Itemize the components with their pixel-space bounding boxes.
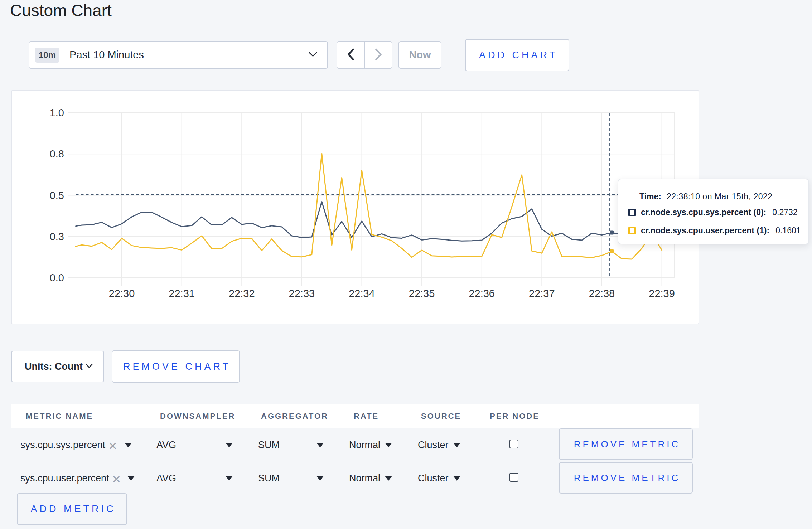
source-dropdown-icon[interactable] <box>453 476 460 481</box>
metric-row-user-percent: sys.cpu.user.percent ✕ AVG SUM Normal Cl… <box>0 462 812 494</box>
x-tick-label: 22:34 <box>349 288 375 299</box>
remove-metric-label: REMOVE METRIC <box>571 472 681 484</box>
downsampler-dropdown-icon[interactable] <box>226 476 233 481</box>
chart-panel: 0.00.30.50.81.022:3022:3122:3222:3322:34… <box>11 90 699 324</box>
aggregator-value[interactable]: SUM <box>258 473 280 484</box>
metrics-table-header: METRIC NAME DOWNSAMPLER AGGREGATOR RATE … <box>11 404 699 428</box>
rate-value[interactable]: Normal <box>349 473 380 484</box>
tooltip-time-label: Time: <box>639 192 661 202</box>
source-dropdown-icon[interactable] <box>453 443 460 447</box>
clear-metric-icon[interactable]: ✕ <box>112 473 121 486</box>
col-header-downsampler: DOWNSAMPLER <box>160 412 235 421</box>
downsampler-dropdown-icon[interactable] <box>226 443 233 447</box>
rate-dropdown-icon[interactable] <box>385 443 392 447</box>
units-select-label: Units: Count <box>25 361 83 372</box>
series-swatch-sys-percent <box>628 209 636 216</box>
add-metric-button[interactable]: ADD METRIC <box>17 493 127 525</box>
x-tick-label: 22:31 <box>169 288 195 299</box>
aggregator-dropdown-icon[interactable] <box>316 476 324 481</box>
clear-metric-icon[interactable]: ✕ <box>108 440 117 453</box>
remove-metric-button[interactable]: REMOVE METRIC <box>559 462 693 494</box>
hover-point <box>610 249 614 253</box>
x-tick-label: 22:32 <box>229 288 255 299</box>
col-header-rate: RATE <box>354 412 379 421</box>
tooltip-time-value: 22:38:10 on Mar 15th, 2022 <box>667 192 773 202</box>
col-header-aggregator: AGGREGATOR <box>261 412 328 421</box>
col-header-source: SOURCE <box>421 412 461 421</box>
y-tick-label: 0.8 <box>50 148 64 160</box>
x-tick-label: 22:36 <box>469 288 495 299</box>
chevron-down-icon <box>309 52 317 58</box>
time-window-label: Past 10 Minutes <box>69 49 144 61</box>
time-window-select[interactable]: 10m Past 10 Minutes <box>29 41 328 69</box>
line-chart[interactable]: 0.00.30.50.81.022:3022:3122:3222:3322:34… <box>11 90 698 323</box>
downsampler-value[interactable]: AVG <box>156 473 176 484</box>
x-tick-label: 22:35 <box>409 288 435 299</box>
metric-row-sys-percent: sys.cpu.sys.percent ✕ AVG SUM Normal Clu… <box>0 428 812 461</box>
source-value[interactable]: Cluster <box>418 473 449 484</box>
x-tick-label: 22:39 <box>649 288 675 299</box>
page-title: Custom Chart <box>10 1 112 20</box>
chevron-down-icon <box>86 363 93 370</box>
per-node-checkbox[interactable] <box>509 473 518 482</box>
aggregator-dropdown-icon[interactable] <box>316 443 324 447</box>
x-tick-label: 22:37 <box>529 288 555 299</box>
col-header-per-node: PER NODE <box>490 412 540 421</box>
y-tick-label: 0.0 <box>50 272 64 283</box>
time-nav-arrows <box>337 41 392 69</box>
controls-left-divider <box>11 42 11 68</box>
remove-metric-button[interactable]: REMOVE METRIC <box>559 428 693 460</box>
add-metric-label: ADD METRIC <box>28 504 116 515</box>
tooltip-series-value: 0.2732 <box>772 208 797 217</box>
time-window-badge: 10m <box>35 48 59 63</box>
aggregator-value[interactable]: SUM <box>258 440 280 451</box>
now-button-label: Now <box>409 49 431 61</box>
x-tick-label: 22:33 <box>289 288 315 299</box>
downsampler-value[interactable]: AVG <box>156 440 176 451</box>
col-header-metric-name: METRIC NAME <box>26 412 93 421</box>
source-value[interactable]: Cluster <box>418 440 449 451</box>
chevron-right-icon <box>375 48 382 62</box>
add-chart-label: ADD CHART <box>477 50 558 61</box>
now-button[interactable]: Now <box>398 41 441 69</box>
chart-hover-tooltip: Time: 22:38:10 on Mar 15th, 2022 cr.node… <box>618 179 809 244</box>
y-tick-label: 0.5 <box>50 190 64 201</box>
tooltip-series-name: cr.node.sys.cpu.sys.percent (0): <box>641 208 766 217</box>
next-time-button[interactable] <box>365 42 392 68</box>
x-tick-label: 22:30 <box>109 288 135 299</box>
y-tick-label: 1.0 <box>50 107 64 118</box>
rate-value[interactable]: Normal <box>349 440 380 451</box>
per-node-checkbox[interactable] <box>509 440 518 448</box>
tooltip-series-name: cr.node.sys.cpu.user.percent (1): <box>641 226 769 236</box>
remove-chart-label: REMOVE CHART <box>121 361 231 372</box>
remove-metric-label: REMOVE METRIC <box>571 439 681 450</box>
series-swatch-user-percent <box>628 227 636 234</box>
prev-time-button[interactable] <box>337 42 365 68</box>
metric-name-dropdown-icon[interactable] <box>125 443 132 447</box>
y-tick-label: 0.3 <box>50 231 64 242</box>
series-line <box>76 153 662 259</box>
rate-dropdown-icon[interactable] <box>385 476 392 481</box>
metric-name-value[interactable]: sys.cpu.sys.percent <box>20 440 105 451</box>
remove-chart-button[interactable]: REMOVE CHART <box>112 350 240 383</box>
x-tick-label: 22:38 <box>589 288 615 299</box>
chevron-left-icon <box>347 48 354 62</box>
tooltip-series-value: 0.1601 <box>775 226 801 236</box>
metric-name-value[interactable]: sys.cpu.user.percent <box>20 473 109 484</box>
add-chart-button[interactable]: ADD CHART <box>465 39 569 71</box>
units-select[interactable]: Units: Count <box>11 351 104 382</box>
hover-point <box>610 231 614 235</box>
series-line <box>76 202 662 241</box>
metric-name-dropdown-icon[interactable] <box>127 476 135 481</box>
